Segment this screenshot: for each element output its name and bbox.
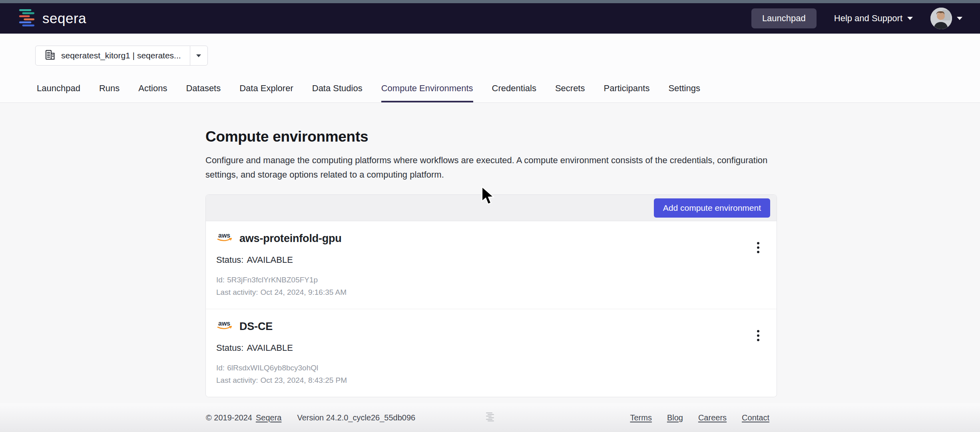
env-title-row: aws aws-proteinfold-gpu <box>216 232 741 245</box>
footer-links: Terms Blog Careers Contact <box>630 413 769 422</box>
svg-text:aws: aws <box>218 232 230 239</box>
env-name[interactable]: aws-proteinfold-gpu <box>239 232 342 245</box>
panel-toolbar: Add compute environment <box>206 195 777 221</box>
more-options-button[interactable] <box>750 328 766 344</box>
navbar-right: Launchpad Help and Support <box>751 8 962 29</box>
env-status-label: Status: <box>216 343 243 353</box>
footer: © 2019-2024 Seqera Version 24.2.0_cycle2… <box>0 403 980 432</box>
env-status: Status:AVAILABLE <box>216 343 741 353</box>
workspace-selector-caret[interactable] <box>190 46 207 65</box>
env-id-value: 5R3jFn3fclYrKNBZ05FY1p <box>227 276 318 284</box>
tab-secrets[interactable]: Secrets <box>555 83 585 102</box>
tab-data-studios[interactable]: Data Studios <box>312 83 363 102</box>
env-name[interactable]: DS-CE <box>239 320 273 333</box>
env-id: Id:6lRsdxWILQ6yb8bcy3ohQl <box>216 364 741 372</box>
user-menu[interactable] <box>930 8 962 29</box>
tab-credentials[interactable]: Credentials <box>492 83 536 102</box>
status-badge: AVAILABLE <box>247 255 293 265</box>
aws-icon: aws <box>216 232 233 245</box>
workspace-bar: seqeratest_kitorg1 | seqerates... Launch… <box>0 34 980 103</box>
env-id-value: 6lRsdxWILQ6yb8bcy3ohQl <box>227 364 318 372</box>
help-and-support-menu[interactable]: Help and Support <box>834 13 913 24</box>
env-last-activity-value: Oct 23, 2024, 8:43:25 PM <box>261 376 347 384</box>
tab-compute-environments[interactable]: Compute Environments <box>381 83 473 102</box>
chevron-down-icon <box>196 54 201 57</box>
brand[interactable]: seqera <box>18 9 86 28</box>
brand-text: seqera <box>42 10 86 26</box>
tab-runs[interactable]: Runs <box>99 83 120 102</box>
add-compute-environment-button[interactable]: Add compute environment <box>654 198 770 218</box>
env-last-activity-label: Last activity: <box>216 376 258 384</box>
tab-launchpad[interactable]: Launchpad <box>37 83 80 102</box>
page-header: Compute environments Configure and manag… <box>205 128 801 182</box>
chevron-down-icon <box>957 17 962 20</box>
env-last-activity: Last activity:Oct 24, 2024, 9:16:35 AM <box>216 288 741 297</box>
tab-datasets[interactable]: Datasets <box>186 83 221 102</box>
workspace-selector-value: seqeratest_kitorg1 | seqerates... <box>61 51 181 60</box>
footer-copyright: © 2019-2024 Seqera Version 24.2.0_cycle2… <box>206 413 415 422</box>
compute-environment-row[interactable]: aws aws-proteinfold-gpu Status:AVAILABLE… <box>206 221 777 309</box>
status-badge: AVAILABLE <box>247 343 293 353</box>
screen: seqera Launchpad Help and Support <box>0 0 980 432</box>
page-description: Configure and manage the computing platf… <box>205 153 801 182</box>
svg-text:aws: aws <box>218 320 230 327</box>
aws-icon: aws <box>216 320 233 333</box>
compute-environments-panel: Add compute environment aws aws-proteinf… <box>205 194 777 397</box>
more-options-button[interactable] <box>750 240 766 256</box>
kebab-menu-icon <box>757 330 759 332</box>
seqera-glyph-icon <box>485 412 495 424</box>
top-navbar: seqera Launchpad Help and Support <box>0 3 980 34</box>
version-text: Version 24.2.0_cycle26_55db096 <box>297 413 415 422</box>
browser-top-edge <box>0 0 980 3</box>
workspace-selector[interactable]: seqeratest_kitorg1 | seqerates... <box>35 46 208 66</box>
env-id: Id:5R3jFn3fclYrKNBZ05FY1p <box>216 276 741 284</box>
avatar[interactable] <box>930 8 952 29</box>
tab-actions[interactable]: Actions <box>138 83 167 102</box>
help-and-support-label: Help and Support <box>834 13 902 24</box>
tab-settings[interactable]: Settings <box>668 83 700 102</box>
seqera-company-link[interactable]: Seqera <box>256 413 282 422</box>
tab-participants[interactable]: Participants <box>604 83 649 102</box>
workspace-tabs: Launchpad Runs Actions Datasets Data Exp… <box>0 66 980 103</box>
terms-link[interactable]: Terms <box>630 413 651 422</box>
env-last-activity-value: Oct 24, 2024, 9:16:35 AM <box>261 288 347 296</box>
compute-environment-row[interactable]: aws DS-CE Status:AVAILABLE Id:6lRsdxWILQ… <box>206 309 777 397</box>
workspace-selector-main: seqeratest_kitorg1 | seqerates... <box>36 46 190 65</box>
kebab-menu-icon <box>757 242 759 244</box>
env-id-label: Id: <box>216 276 225 284</box>
env-last-activity-label: Last activity: <box>216 288 258 296</box>
blog-link[interactable]: Blog <box>667 413 683 422</box>
seqera-logo-icon <box>18 9 36 28</box>
env-id-label: Id: <box>216 364 225 372</box>
env-last-activity: Last activity:Oct 23, 2024, 8:43:25 PM <box>216 376 741 385</box>
tab-data-explorer[interactable]: Data Explorer <box>239 83 293 102</box>
env-status: Status:AVAILABLE <box>216 255 741 265</box>
env-title-row: aws DS-CE <box>216 320 741 333</box>
page-title: Compute environments <box>205 128 801 145</box>
env-status-label: Status: <box>216 255 243 265</box>
copyright-text: © 2019-2024 <box>206 413 252 422</box>
contact-link[interactable]: Contact <box>742 413 769 422</box>
organization-icon <box>44 49 56 62</box>
careers-link[interactable]: Careers <box>698 413 727 422</box>
chevron-down-icon <box>907 17 913 20</box>
launchpad-button[interactable]: Launchpad <box>751 8 817 28</box>
